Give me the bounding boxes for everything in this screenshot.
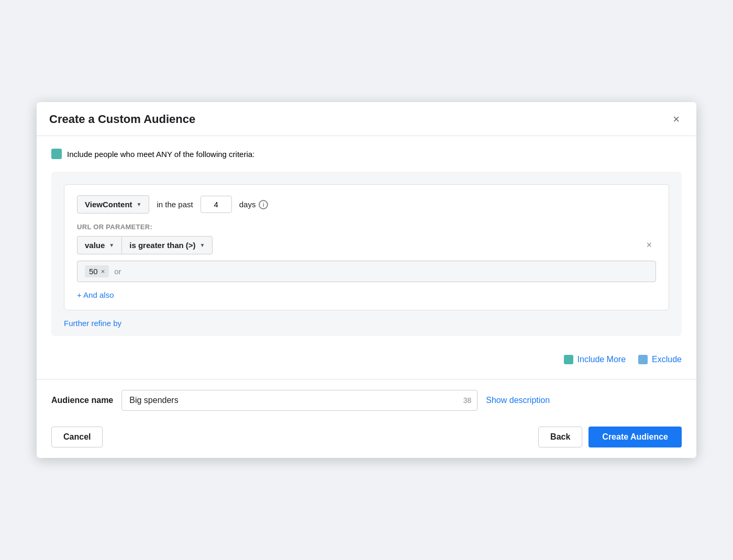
param-field-dropdown[interactable]: value ▼ bbox=[77, 236, 121, 254]
include-more-button[interactable]: Include More bbox=[564, 355, 626, 364]
param-delete-button[interactable]: × bbox=[642, 238, 656, 253]
audience-name-section: Audience name 38 Show description bbox=[37, 379, 696, 419]
or-label: or bbox=[114, 267, 121, 276]
modal-footer: Cancel Back Create Audience bbox=[37, 419, 696, 458]
exclude-label: Exclude bbox=[652, 355, 682, 364]
exclude-icon bbox=[638, 355, 648, 364]
value-tag-text: 50 bbox=[89, 267, 98, 276]
audience-name-input-wrap: 38 bbox=[121, 390, 477, 411]
include-header: Include people who meet ANY of the follo… bbox=[51, 149, 682, 159]
value-tag-remove[interactable]: × bbox=[101, 267, 105, 275]
include-indicator-box bbox=[51, 149, 62, 159]
audience-name-input[interactable] bbox=[121, 390, 477, 411]
show-description-button[interactable]: Show description bbox=[486, 396, 550, 405]
param-field-label: value bbox=[85, 241, 105, 250]
include-exclude-row: Include More Exclude bbox=[51, 346, 682, 368]
exclude-button[interactable]: Exclude bbox=[638, 355, 682, 364]
char-count: 38 bbox=[463, 396, 472, 405]
event-dropdown[interactable]: ViewContent ▼ bbox=[77, 195, 149, 214]
audience-name-row: Audience name 38 Show description bbox=[51, 390, 682, 411]
close-button[interactable]: × bbox=[669, 111, 684, 127]
back-button[interactable]: Back bbox=[538, 427, 582, 447]
criteria-inner: ViewContent ▼ in the past days i URL or … bbox=[64, 184, 669, 310]
operator-dropdown[interactable]: is greater than (>) ▼ bbox=[121, 236, 213, 254]
in-the-past-label: in the past bbox=[157, 200, 193, 209]
url-param-label: URL or Parameter: bbox=[77, 223, 656, 231]
cancel-button[interactable]: Cancel bbox=[51, 427, 103, 447]
operator-arrow: ▼ bbox=[200, 242, 205, 248]
further-refine-button[interactable]: Further refine by bbox=[64, 319, 121, 328]
include-more-icon bbox=[564, 355, 573, 364]
operator-label: is greater than (>) bbox=[129, 241, 195, 250]
event-dropdown-label: ViewContent bbox=[85, 200, 132, 209]
value-tag: 50 × bbox=[85, 265, 109, 277]
modal-body: Include people who meet ANY of the follo… bbox=[37, 136, 696, 379]
create-audience-button[interactable]: Create Audience bbox=[588, 427, 682, 447]
modal-title: Create a Custom Audience bbox=[49, 113, 195, 126]
days-label: days i bbox=[239, 200, 269, 209]
info-icon[interactable]: i bbox=[259, 200, 268, 209]
param-field-arrow: ▼ bbox=[109, 242, 114, 248]
event-dropdown-arrow: ▼ bbox=[137, 201, 142, 207]
audience-name-label: Audience name bbox=[51, 396, 113, 405]
criteria-section: ViewContent ▼ in the past days i URL or … bbox=[51, 172, 682, 336]
include-header-text: Include people who meet ANY of the follo… bbox=[67, 150, 254, 159]
days-input[interactable] bbox=[201, 196, 232, 213]
param-row: value ▼ is greater than (>) ▼ × bbox=[77, 236, 656, 254]
and-also-button[interactable]: + And also bbox=[77, 290, 114, 299]
modal-header: Create a Custom Audience × bbox=[37, 102, 696, 136]
include-more-label: Include More bbox=[577, 355, 626, 364]
right-buttons: Back Create Audience bbox=[538, 427, 682, 447]
create-custom-audience-modal: Create a Custom Audience × Include peopl… bbox=[37, 102, 696, 458]
value-row: 50 × or bbox=[77, 261, 656, 282]
event-row: ViewContent ▼ in the past days i bbox=[77, 195, 656, 214]
